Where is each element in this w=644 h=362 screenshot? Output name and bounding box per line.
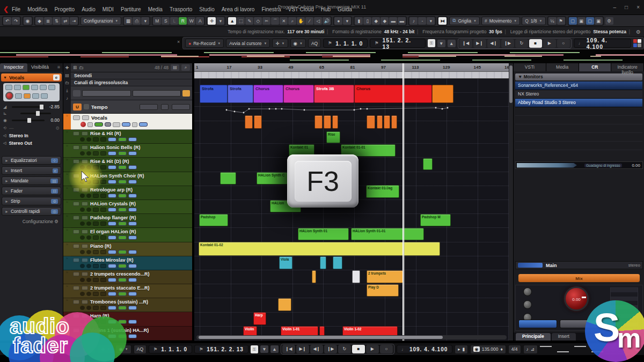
midi-clip[interactable]: Kontakt 01-02 — [199, 242, 440, 256]
tab-visibilita[interactable]: Visibilità — [27, 63, 53, 72]
dim-icon[interactable] — [523, 300, 532, 309]
right-zone-tab[interactable]: Media — [546, 63, 579, 71]
Padshop flanger (R)[interactable]: Padshop flanger (R) — [71, 214, 192, 228]
track-header[interactable]: ▼ Vocals e — [1, 73, 62, 82]
scrollbar-thumb[interactable] — [199, 336, 443, 339]
markers-icon[interactable]: ⇥ — [70, 17, 78, 25]
lock-icon[interactable]: ⚿ — [251, 345, 258, 353]
glue-tool[interactable]: ⌒ — [271, 17, 279, 25]
horizontal-scrollbar[interactable] — [196, 335, 507, 339]
tab-inspector[interactable]: Inspector — [0, 63, 27, 72]
transport-close-icon[interactable]: × — [177, 39, 180, 45]
midi-clip[interactable]: Play D — [367, 284, 399, 297]
autoscroll-icon[interactable]: ✛ — [208, 17, 216, 25]
scrollbar-thumb[interactable] — [509, 65, 513, 103]
state-button[interactable]: A — [196, 17, 204, 25]
midi-clip[interactable] — [332, 115, 338, 129]
midi-clip[interactable]: Rise — [326, 131, 340, 143]
movimento-dropdown[interactable]: #Movimento▼ — [481, 17, 520, 25]
metronome-menu[interactable]: ◉▼ — [290, 39, 306, 48]
midi-clip[interactable] — [352, 270, 360, 283]
metronome-buttons[interactable]: ♪⊿ — [523, 345, 538, 354]
infobar-gear-icon[interactable]: ⚙ — [636, 29, 641, 35]
aq-button[interactable]: AQ — [308, 39, 321, 48]
midi-clip[interactable]: Harp — [253, 312, 266, 325]
midi-clip[interactable]: HALion Synth 01 — [298, 228, 349, 240]
input-routing[interactable]: ◁Stereo In — [0, 132, 63, 139]
midi-clip[interactable] — [320, 256, 326, 269]
reference-level-icon[interactable] — [523, 287, 532, 296]
rewind-button[interactable]: ◀❙ — [310, 345, 323, 353]
hamburger-icon[interactable]: ≡ — [55, 63, 63, 72]
configurazioni-dropdown[interactable]: Configurazioni▼ — [80, 17, 121, 25]
edit-channel-button[interactable]: e — [53, 75, 60, 80]
dropdown-caret-icon[interactable]: ▾ — [141, 17, 149, 25]
state-button[interactable]: W — [187, 17, 195, 25]
track-search-icon[interactable]: ⌕ — [181, 64, 190, 71]
snap-icon[interactable]: ⧓ — [438, 17, 447, 25]
folder-icon[interactable]: 🗀 — [79, 65, 84, 70]
range-tool[interactable]: ⬚ — [237, 17, 245, 25]
draw-tool[interactable]: ✎ — [245, 17, 253, 25]
close-button[interactable]: × — [636, 4, 640, 10]
monitor-button[interactable] — [23, 85, 30, 90]
control-room-tab[interactable]: Principale — [516, 333, 551, 341]
inspector-section[interactable]: ►Equalizzatori⊹ — [2, 156, 61, 165]
El organ HALion (R)[interactable]: El organ HALion (R) — [71, 228, 192, 242]
right-zone-tab[interactable]: VSTi — [514, 63, 546, 71]
color-menu-icon[interactable]: ● — [334, 17, 342, 25]
primary-time-display[interactable]: ⚑1. 1. 1. 0 — [149, 345, 192, 353]
Flutes Miroslav (R)[interactable]: Flutes Miroslav (R) — [71, 256, 192, 270]
play-button[interactable]: ▶ — [366, 345, 379, 353]
redo-icon[interactable]: ↷ — [12, 17, 20, 25]
Rise & Hit (R)[interactable]: Rise & Hit (R) — [71, 130, 192, 144]
midi-clip[interactable] — [278, 298, 291, 311]
right-time-display[interactable]: ♩109. 4. 4.100 — [397, 345, 452, 353]
midi-clip[interactable] — [367, 115, 375, 129]
Piano (R)[interactable]: Piano (R) — [71, 242, 192, 256]
rerecord-dropdown[interactable]: ●Re-Record▼ — [185, 39, 224, 48]
forward-button[interactable]: ❙▶ — [501, 39, 514, 48]
split-tool[interactable]: ✂ — [262, 17, 270, 25]
midi-clip[interactable]: HALion Synth 01-01 — [351, 228, 424, 240]
line-tool[interactable]: ∕ — [305, 17, 313, 25]
routing-icon[interactable]: ⇄ — [61, 17, 69, 25]
output-routing[interactable]: ◁Stereo Out — [0, 139, 63, 147]
monitor-plugin-row[interactable]: Sonarworks_Reference4_x64 — [515, 82, 642, 90]
secondary-time-display[interactable]: ⚑151. 2. 2. 13 — [194, 345, 248, 353]
configurazione-link[interactable]: Configurazione ⚙ — [0, 216, 63, 227]
main-channel-row[interactable]: Main stereo — [515, 261, 643, 269]
quantize-dropdown[interactable]: Q1/8▼ — [522, 17, 545, 25]
hand-tool[interactable]: ✋ — [297, 17, 305, 25]
timesig-display[interactable]: 4/4 — [508, 345, 521, 354]
midi-clip[interactable] — [384, 115, 390, 129]
tempo-display[interactable]: ◉135.000♦ — [470, 345, 506, 354]
griglia-dropdown[interactable]: ⧉Griglia▼ — [449, 17, 480, 25]
track-preset-row[interactable]: ⟲—⚙ — [0, 124, 63, 132]
secondary-time-display[interactable]: ⚑151. 2. 2. 13 — [370, 39, 426, 48]
record-button[interactable]: ○ — [557, 39, 570, 48]
track-list-menu-icon[interactable]: ▤ — [171, 64, 179, 71]
state-button[interactable]: S — [162, 17, 170, 25]
constrain-delay-icon[interactable]: ◉ — [24, 17, 32, 25]
midi-clip[interactable]: Padshop M — [420, 214, 451, 226]
record-enable-button[interactable] — [5, 92, 13, 100]
playhead-cursor[interactable] — [402, 63, 404, 341]
dropdown-caret-icon[interactable]: ▾ — [216, 17, 224, 25]
monitor-plugin-row[interactable]: Abbey Road Studio 3 Stereo — [515, 99, 642, 107]
start-mode-dropdown[interactable]: Avvia al cursore▼ — [226, 39, 270, 48]
play-tool[interactable]: ◁ — [314, 17, 322, 25]
gain-slider[interactable]: ◉0.00 — [0, 117, 63, 124]
right-zone-tab[interactable]: CR — [579, 63, 612, 71]
record-enable-button[interactable] — [80, 122, 86, 127]
midi-clip[interactable]: Viola — [279, 256, 292, 269]
setup-icon[interactable]: ◆ — [35, 17, 43, 25]
zoom-tool[interactable]: ⌕ — [288, 17, 296, 25]
maximize-button[interactable]: □ — [625, 4, 628, 10]
state-button[interactable]: R — [179, 17, 187, 25]
pan-slider[interactable]: ⊾ — [0, 111, 63, 117]
goto-end-button[interactable]: ▶❙ — [473, 39, 486, 48]
mixer-icon[interactable]: ⇅ — [53, 17, 61, 25]
midi-clip[interactable] — [245, 115, 253, 129]
tempo-track-row[interactable]: U Tempo — [71, 100, 192, 114]
